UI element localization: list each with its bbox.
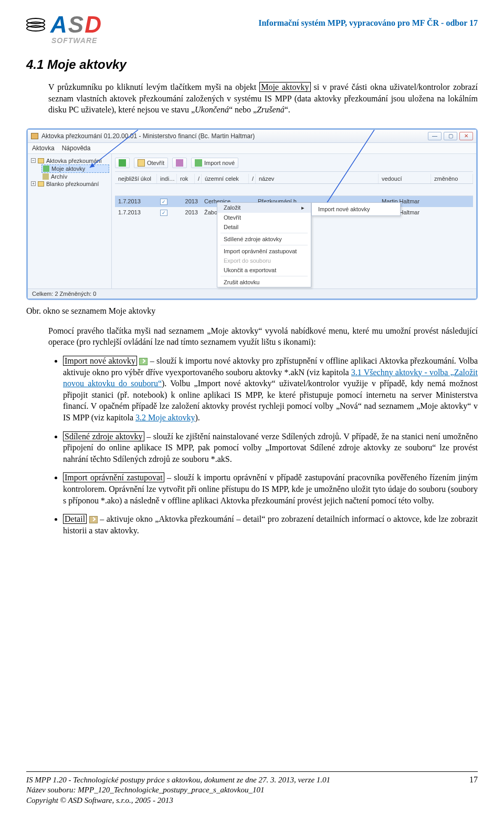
- nav-item-archiv[interactable]: Archív: [41, 173, 109, 180]
- folder-open-icon: [138, 159, 145, 167]
- toolbar-new-button[interactable]: [115, 158, 130, 168]
- figure-caption: Obr. okno se seznamem Moje aktovky: [26, 306, 478, 316]
- toolbar-import-button[interactable]: Import nové: [191, 158, 238, 168]
- toolbar: Otevřít Import nové: [115, 156, 473, 172]
- ctx-ukoncit[interactable]: Ukončit a exportovat: [217, 265, 311, 275]
- boxed-sdilene-zdroje: Sdílené zdroje aktovky: [63, 431, 144, 441]
- filter-row[interactable]: [115, 184, 473, 196]
- import-icon: [139, 358, 148, 365]
- boxed-import-opravneni: Import oprávnění zastupovat: [63, 472, 164, 482]
- logo-subtitle: SOFTWARE: [51, 36, 97, 45]
- col-indi[interactable]: indi…: [157, 174, 177, 183]
- maximize-button[interactable]: ▢: [444, 132, 457, 140]
- section-heading: 4.1 Moje aktovky: [26, 57, 478, 72]
- ctx-import-opravneni[interactable]: Import oprávnění zastupovat: [217, 246, 311, 256]
- intro-paragraph: V průzkumníku po kliknutí levým tlačítke…: [48, 81, 478, 116]
- book-icon: [176, 159, 183, 167]
- boxed-import-nove: Import nové aktovky: [63, 356, 137, 366]
- list-icon: [43, 166, 49, 172]
- minimize-button[interactable]: —: [428, 132, 442, 140]
- close-button[interactable]: ✕: [459, 132, 473, 140]
- bullet-list: Import nové aktovky – slouží k importu n…: [63, 355, 478, 543]
- ctx-export: Export do souboru: [217, 256, 311, 265]
- checkbox-icon[interactable]: ✓: [160, 210, 167, 216]
- col-rok[interactable]: rok: [177, 174, 195, 183]
- toolbar-open-button[interactable]: Otevřít: [134, 158, 168, 168]
- menu-napoveda[interactable]: Nápověda: [62, 145, 91, 152]
- titlebar: Aktovka přezkoumání 01.20.00.01 - Minist…: [28, 130, 476, 143]
- ctx-detail[interactable]: Detail: [217, 222, 311, 232]
- context-menu: Založit▸ Otevřít Detail Sdílené zdroje a…: [217, 202, 311, 287]
- menubar: Aktovka Nápověda: [28, 143, 476, 154]
- logo: A S D SOFTWARE: [26, 13, 101, 45]
- col-zmeneno[interactable]: změněno: [431, 174, 473, 183]
- list-item: Detail – aktivuje okno „Aktovka přezkoum…: [63, 513, 478, 536]
- toolbar-detail-button[interactable]: [172, 158, 187, 168]
- ctx-otevrit[interactable]: Otevřít: [217, 213, 311, 222]
- checkbox-icon[interactable]: ✓: [160, 199, 167, 205]
- page-header: A S D SOFTWARE Informační systém MPP, vy…: [26, 0, 478, 45]
- footer-copyright: Copyright © ASD Software, s.r.o., 2005 -…: [26, 796, 330, 806]
- briefcase-icon: [31, 133, 38, 139]
- folder-icon: [38, 181, 44, 187]
- col-vedouci[interactable]: vedoucí: [379, 174, 431, 183]
- nav-tree: −Aktovka přezkoumání Moje aktovky Archív…: [28, 154, 112, 288]
- page-number: 17: [469, 775, 478, 806]
- content-pane: Otevřít Import nové nejbližší úkol indi……: [112, 154, 476, 288]
- context-submenu: Import nové aktovky: [311, 202, 401, 216]
- collapse-icon[interactable]: −: [31, 158, 36, 163]
- footer-filename: Název souboru: MPP_120_Technologicke_pos…: [26, 785, 330, 796]
- list-item: Import oprávnění zastupovat – slouží k i…: [63, 472, 478, 506]
- menu-aktovka[interactable]: Aktovka: [32, 145, 55, 152]
- ctx-zalozit[interactable]: Založit▸: [217, 203, 311, 213]
- logo-text: A S D: [50, 13, 101, 36]
- chevron-right-icon: ▸: [301, 204, 304, 211]
- expand-icon[interactable]: +: [31, 181, 36, 186]
- nav-item-moje-aktovky[interactable]: Moje aktovky: [41, 164, 109, 173]
- col-sep: /: [249, 174, 256, 183]
- col-ukol[interactable]: nejbližší úkol: [115, 174, 157, 183]
- submenu-import-nove[interactable]: Import nové aktovky: [312, 204, 400, 214]
- window-title: Aktovka přezkoumání 01.20.00.01 - Minist…: [41, 132, 255, 140]
- list-item: Sdílené zdroje aktovky – slouží ke zjišt…: [63, 431, 478, 465]
- logo-rings-icon: [26, 18, 45, 32]
- nav-item-root[interactable]: −Aktovka přezkoumání: [30, 157, 109, 164]
- boxed-moje-aktovky: Moje aktovky: [259, 82, 310, 92]
- link-kap-3-2[interactable]: 3.2 Moje aktovky: [135, 413, 195, 422]
- mid-paragraph: Pomocí pravého tlačítka myši nad sezname…: [48, 325, 478, 348]
- boxed-detail: Detail: [63, 514, 87, 524]
- detail-icon: [89, 516, 98, 523]
- header-meta: Informační systém MPP, vypracováno pro M…: [258, 13, 478, 28]
- archive-icon: [43, 173, 49, 180]
- list-item: Import nové aktovky – slouží k importu n…: [63, 355, 478, 424]
- plus-icon: [119, 159, 126, 167]
- col-nazev[interactable]: název: [256, 174, 379, 183]
- footer-doc-info: IS MPP 1.20 - Technologické postupy prác…: [26, 775, 330, 786]
- page-footer: IS MPP 1.20 - Technologické postupy prác…: [26, 771, 478, 816]
- ctx-zrusit[interactable]: Zrušit aktovku: [217, 277, 311, 287]
- import-icon: [195, 159, 202, 167]
- folder-icon: [38, 158, 44, 163]
- col-sep: /: [195, 174, 202, 183]
- nav-item-blanko[interactable]: +Blanko přezkoumání: [30, 180, 109, 188]
- column-headers: nejbližší úkol indi… rok / územní celek …: [115, 174, 473, 184]
- screenshot-window: Aktovka přezkoumání 01.20.00.01 - Minist…: [26, 128, 478, 300]
- ctx-sdilene[interactable]: Sdílené zdroje aktovky: [217, 234, 311, 244]
- statusbar: Celkem: 2 Změněných: 0: [28, 288, 476, 298]
- col-uzemni[interactable]: územní celek: [202, 174, 249, 183]
